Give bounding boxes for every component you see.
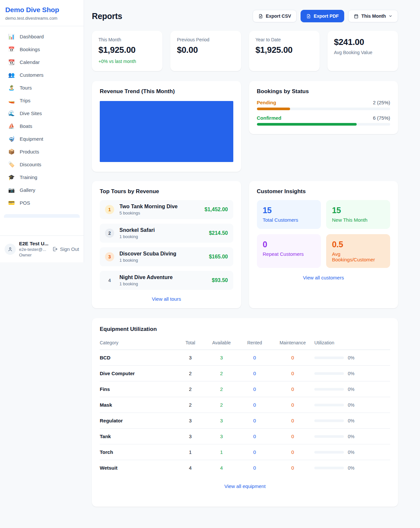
tour-bookings-count: 1 booking (119, 234, 155, 239)
sidebar-nav-item[interactable]: 📆 Calendar (4, 56, 80, 69)
status-list: Pending 2 (25%) Confirmed 6 (75%) (257, 100, 390, 126)
sign-out-button[interactable]: Sign Out (52, 246, 79, 252)
tour-row[interactable]: 2 Snorkel Safari 1 booking $214.50 (100, 224, 233, 243)
sidebar-nav-item[interactable]: 💳 POS (4, 196, 80, 209)
brand-title: Demo Dive Shop (5, 6, 78, 14)
file-download-icon (258, 14, 263, 19)
customer-insights-title: Customer Insights (257, 188, 390, 195)
speedboat-icon: 🚤 (8, 97, 15, 104)
sidebar-item-label: Equipment (20, 136, 43, 142)
sidebar-nav-item[interactable]: ⛵ Boats (4, 120, 80, 132)
sidebar-nav-item[interactable]: 🚤 Trips (4, 94, 80, 107)
equipment-rented: 0 (238, 429, 271, 444)
sailboat-icon: ⛵ (8, 123, 15, 129)
equipment-table-row: Dive Computer 2 2 0 0 0% (100, 366, 390, 381)
wave-icon: 🌊 (8, 110, 15, 116)
main-content: Reports Export CSV Export PDF This Month… (92, 0, 398, 507)
equipment-total: 2 (176, 397, 205, 413)
export-pdf-button[interactable]: Export PDF (301, 10, 344, 22)
revenue-trend-chart (100, 101, 233, 162)
equipment-rented: 0 (238, 444, 271, 460)
equipment-category: Dive Computer (100, 366, 176, 381)
utilization-bar-track (314, 467, 344, 469)
tour-row[interactable]: 3 Discover Scuba Diving 1 booking $165.0… (100, 247, 233, 266)
sidebar-nav-item[interactable]: 🏝️ Tours (4, 81, 80, 94)
equipment-table-row: Mask 2 2 0 0 0% (100, 397, 390, 413)
tour-name: Night Dive Adventure (119, 274, 173, 280)
active-nav-item-partial[interactable] (4, 214, 80, 218)
tour-bookings-count: 1 booking (119, 258, 176, 263)
column-header-utilization: Utilization (314, 337, 390, 350)
sidebar-item-label: Products (20, 149, 39, 154)
equipment-rented: 0 (238, 350, 271, 366)
sidebar-item-label: Discounts (20, 162, 41, 167)
status-row: Pending 2 (25%) (257, 100, 390, 110)
sidebar-nav-item[interactable]: 🏷️ Discounts (4, 158, 80, 171)
equipment-available: 4 (205, 460, 238, 476)
equipment-rented: 0 (238, 413, 271, 429)
sidebar: Demo Dive Shop demo.test.divestreams.com… (0, 0, 84, 262)
tour-revenue: $214.50 (209, 230, 228, 236)
status-label: Confirmed (257, 115, 282, 121)
utilization-percent: 0% (348, 418, 354, 423)
bar-chart-icon: 📊 (8, 33, 15, 40)
equipment-available: 3 (205, 350, 238, 366)
equipment-table-row: BCD 3 3 0 0 0% (100, 350, 390, 366)
equipment-table: Category Total Available Rented Maintena… (100, 337, 390, 476)
tour-revenue: $165.00 (209, 254, 228, 260)
sidebar-nav-item[interactable]: 📅 Bookings (4, 43, 80, 56)
equipment-category: Tank (100, 429, 176, 444)
equipment-table-row: Wetsuit 4 4 0 0 0% (100, 460, 390, 476)
period-select[interactable]: This Month (348, 10, 398, 22)
insight-value: 15 (263, 206, 315, 215)
sidebar-nav-item[interactable]: 📦 Products (4, 145, 80, 158)
equipment-total: 2 (176, 366, 205, 381)
equipment-rented: 0 (238, 366, 271, 381)
insight-value: 15 (332, 206, 384, 215)
revenue-trend-card: Revenue Trend (This Month) (92, 81, 241, 172)
logout-icon (52, 246, 58, 252)
tour-name: Snorkel Safari (119, 227, 155, 233)
equipment-table-row: Tank 3 3 0 0 0% (100, 429, 390, 444)
export-csv-button[interactable]: Export CSV (253, 10, 297, 22)
calendar-icon (354, 14, 359, 19)
equipment-rented: 0 (238, 381, 271, 397)
sidebar-nav-item[interactable]: 📊 Dashboard (4, 30, 80, 43)
insight-label: Total Customers (263, 217, 315, 223)
tour-bookings-count: 5 bookings (119, 211, 178, 215)
stat-label: Year to Date (256, 37, 313, 42)
sidebar-nav-item[interactable]: 👥 Customers (4, 69, 80, 81)
tour-row[interactable]: 1 Two Tank Morning Dive 5 bookings $1,45… (100, 200, 233, 219)
equipment-utilization-title: Equipment Utilization (100, 326, 390, 333)
equipment-available: 2 (205, 381, 238, 397)
view-all-equipment-link[interactable]: View all equipment (100, 483, 390, 489)
user-email: e2e-tester@... (19, 247, 49, 252)
sidebar-item-label: Dive Sites (20, 111, 42, 116)
tour-bookings-count: 1 booking (119, 281, 173, 286)
utilization-percent: 0% (348, 434, 354, 439)
stat-card-year-to-date: Year to Date $1,925.00 (249, 31, 320, 71)
tour-row[interactable]: 4 Night Dive Adventure 1 booking $93.50 (100, 271, 233, 290)
graduation-cap-icon: 🎓 (8, 174, 15, 180)
insight-value: 0.5 (332, 240, 384, 249)
sidebar-nav-item[interactable]: 🤿 Equipment (4, 132, 80, 145)
person-icon (8, 247, 13, 252)
chevron-down-icon (388, 14, 392, 18)
sidebar-nav-item[interactable]: 📷 Gallery (4, 184, 80, 196)
equipment-maintenance: 0 (271, 381, 314, 397)
insight-tiles: 15 Total Customers 15 New This Month 0 R… (257, 200, 390, 268)
insight-tile: 0.5 Avg Bookings/Customer (326, 234, 390, 268)
equipment-available: 3 (205, 413, 238, 429)
avatar (5, 244, 16, 255)
equipment-maintenance: 0 (271, 460, 314, 476)
credit-card-icon: 💳 (8, 200, 15, 206)
sidebar-nav-item[interactable]: 🌊 Dive Sites (4, 107, 80, 120)
view-all-tours-link[interactable]: View all tours (100, 296, 233, 302)
equipment-maintenance: 0 (271, 429, 314, 444)
brand-block: Demo Dive Shop demo.test.divestreams.com (0, 0, 84, 26)
sidebar-nav-item[interactable]: 🎓 Training (4, 171, 80, 184)
insight-label: Avg Bookings/Customer (332, 251, 384, 262)
tour-revenue: $1,452.00 (204, 207, 228, 213)
view-all-customers-link[interactable]: View all customers (257, 275, 390, 280)
column-header-category: Category (100, 337, 176, 350)
